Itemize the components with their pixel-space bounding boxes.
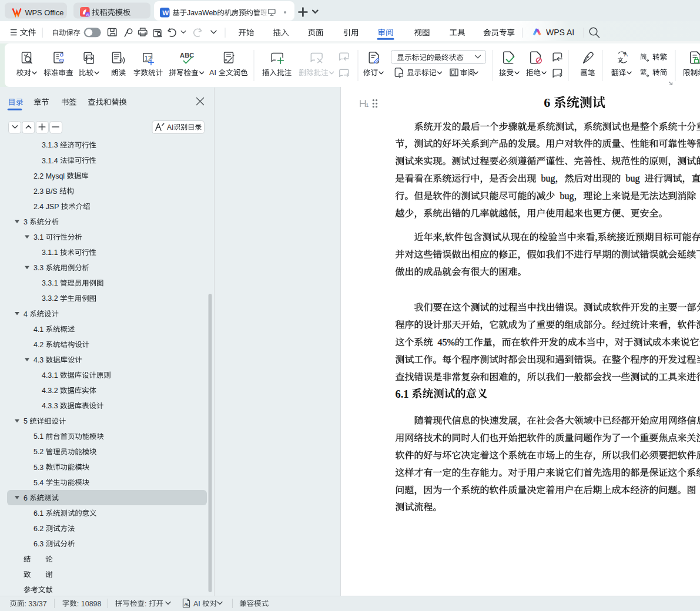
svg-text:3.3.2: 3.3.2: [42, 294, 58, 303]
svg-text:4: 4: [24, 310, 28, 318]
svg-text:3.1.1: 3.1.1: [42, 249, 58, 257]
svg-text:3.1.3: 3.1.3: [42, 141, 58, 149]
svg-text:AI: AI: [193, 600, 200, 608]
svg-text:6.2: 6.2: [34, 525, 43, 533]
svg-text:6.1: 6.1: [34, 509, 43, 518]
svg-text:2.2 Mysql: 2.2 Mysql: [34, 172, 65, 180]
svg-text:4.3: 4.3: [34, 356, 43, 364]
svg-text:: 10898: : 10898: [77, 600, 102, 608]
svg-text:2.3 B/S: 2.3 B/S: [34, 187, 58, 196]
svg-text:5: 5: [24, 417, 28, 425]
svg-text:WPS AI: WPS AI: [546, 28, 574, 37]
svg-text:3.3.1: 3.3.1: [42, 279, 58, 287]
svg-text:W: W: [162, 9, 169, 16]
svg-text:5.1: 5.1: [34, 432, 43, 441]
svg-text:AI: AI: [209, 69, 216, 77]
svg-text:1: 1: [366, 102, 369, 108]
svg-text:4.3.2: 4.3.2: [42, 387, 58, 395]
svg-text:12: 12: [145, 55, 152, 62]
svg-text:5.4: 5.4: [34, 479, 43, 487]
svg-text:4.2: 4.2: [34, 341, 43, 349]
svg-text:,: ,: [443, 232, 445, 242]
svg-text:6: 6: [544, 95, 550, 110]
svg-text:3: 3: [24, 218, 28, 226]
svg-text:3.1: 3.1: [34, 233, 43, 241]
svg-text:AI: AI: [167, 123, 173, 132]
svg-text:4.3.1: 4.3.1: [42, 371, 58, 380]
svg-text::: :: [145, 600, 146, 608]
svg-text:3.3: 3.3: [34, 264, 43, 272]
svg-text:WPS Office: WPS Office: [25, 8, 64, 17]
svg-text:4.1: 4.1: [34, 325, 43, 334]
svg-text:: 33/37: : 33/37: [24, 600, 46, 608]
svg-text:JavaWeb: JavaWeb: [187, 9, 217, 17]
svg-text:6: 6: [24, 494, 28, 502]
svg-text:bug: bug: [625, 173, 639, 184]
svg-text:2.4 JSP: 2.4 JSP: [34, 203, 59, 211]
svg-text:,: ,: [595, 232, 598, 242]
svg-text:3.1.4: 3.1.4: [42, 157, 58, 165]
svg-text:5.2: 5.2: [34, 448, 43, 456]
svg-text:6.1: 6.1: [395, 388, 408, 400]
svg-text:bug: bug: [541, 173, 555, 184]
svg-text:6.3: 6.3: [34, 540, 43, 548]
svg-text:AI: AI: [86, 13, 90, 16]
svg-text:45%: 45%: [437, 337, 454, 347]
svg-text:4.3.3: 4.3.3: [42, 402, 58, 410]
svg-text:5.3: 5.3: [34, 464, 43, 472]
svg-text:bug: bug: [560, 191, 574, 202]
